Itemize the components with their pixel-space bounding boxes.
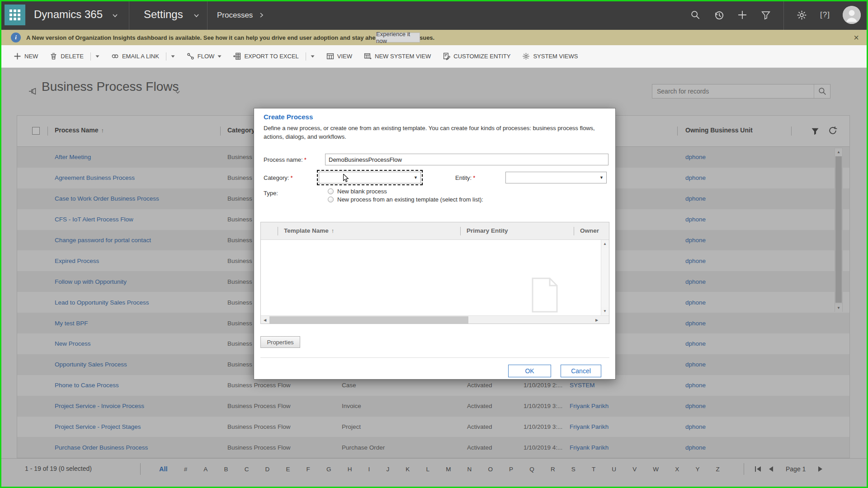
add-icon[interactable] <box>736 9 748 21</box>
command-label: DELETE <box>61 53 84 60</box>
topbar-action-icons: [?] <box>689 0 861 30</box>
dropdown-arrow-icon: ▼ <box>599 175 604 180</box>
chevron-down-icon[interactable] <box>217 55 222 58</box>
search-icon[interactable] <box>689 9 701 21</box>
chevron-down-icon[interactable] <box>311 55 315 58</box>
help-icon[interactable]: [?] <box>819 9 831 21</box>
avatar[interactable] <box>843 6 861 24</box>
command-view[interactable]: VIEW <box>326 52 352 60</box>
template-list: Template Name↑ Primary Entity Owner ▲ ▼ … <box>260 222 609 324</box>
column-header-template-name[interactable]: Template Name↑ <box>284 227 334 234</box>
radio-new-blank-process[interactable] <box>328 188 334 194</box>
top-nav-bar: Dynamics 365 Settings Processes [?] <box>0 0 868 30</box>
command-customize-entity[interactable]: CUSTOMIZE ENTITY <box>443 52 510 60</box>
waffle-grid-icon <box>9 9 20 20</box>
divider <box>166 52 166 61</box>
dropdown-arrow-icon: ▼ <box>414 175 418 180</box>
command-delete[interactable]: DELETE <box>50 52 99 61</box>
command-export-to-excel[interactable]: EXPORT TO EXCEL <box>233 52 314 61</box>
command-bar: NEWDELETEEMAIL A LINKFLOWEXPORT TO EXCEL… <box>0 45 868 68</box>
ok-button[interactable]: OK <box>508 365 551 377</box>
chevron-down-icon[interactable] <box>193 13 199 19</box>
entity-select[interactable]: ▼ <box>505 172 607 183</box>
breadcrumb-page[interactable]: Processes <box>217 11 253 20</box>
command-email-a-link[interactable]: EMAIL A LINK <box>111 52 175 61</box>
excel-export-icon <box>233 52 241 60</box>
scroll-down-icon[interactable]: ▼ <box>601 307 609 315</box>
command-label: NEW SYSTEM VIEW <box>375 53 431 60</box>
command-label: VIEW <box>337 53 352 60</box>
cancel-button[interactable]: Cancel <box>561 365 601 377</box>
experience-it-now-button[interactable]: Experience it now <box>376 33 420 42</box>
nav-product-title[interactable]: Dynamics 365 <box>34 8 103 21</box>
command-label: NEW <box>24 53 38 60</box>
mouse-cursor-icon <box>343 174 349 184</box>
chevron-down-icon[interactable] <box>112 13 118 19</box>
command-system-views[interactable]: SYSTEM VIEWS <box>522 52 578 60</box>
template-horizontal-scrollbar[interactable]: ◀ ▶ <box>261 315 609 324</box>
entity-label: Entity:* <box>455 174 475 181</box>
column-header-owner[interactable]: Owner <box>580 227 601 234</box>
chevron-down-icon[interactable] <box>95 55 99 58</box>
required-asterisk: * <box>473 174 475 181</box>
flow-icon <box>187 52 194 60</box>
command-label: FLOW <box>198 53 215 60</box>
divider <box>783 0 784 30</box>
divider <box>260 357 609 358</box>
chevron-down-icon[interactable] <box>171 55 175 58</box>
scroll-up-icon[interactable]: ▲ <box>601 240 609 248</box>
banner-message: A New version of Organization Insights d… <box>26 30 434 45</box>
category-label: Category:* <box>264 174 292 181</box>
command-new[interactable]: NEW <box>14 52 38 60</box>
command-label: SYSTEM VIEWS <box>533 53 578 60</box>
command-flow[interactable]: FLOW <box>187 52 222 60</box>
info-icon: i <box>11 33 21 42</box>
divider <box>460 227 461 235</box>
scroll-left-icon[interactable]: ◀ <box>261 316 269 324</box>
divider <box>306 52 306 61</box>
divider <box>207 0 208 30</box>
column-header-primary-entity[interactable]: Primary Entity <box>467 227 508 234</box>
radio-label-new-blank-process[interactable]: New blank process <box>337 188 387 195</box>
template-vertical-scrollbar[interactable]: ▲ ▼ <box>601 240 609 315</box>
sort-asc-icon: ↑ <box>331 227 335 234</box>
process-name-label: Process name:* <box>264 156 307 163</box>
gear-icon <box>522 52 530 60</box>
radio-new-from-template[interactable] <box>328 197 334 202</box>
required-asterisk: * <box>290 174 292 181</box>
app-launcher-icon[interactable] <box>5 5 25 25</box>
empty-document-icon <box>530 277 559 314</box>
settings-gear-icon[interactable] <box>796 9 807 21</box>
recent-history-icon[interactable] <box>713 9 725 21</box>
type-label: Type: <box>264 190 278 197</box>
create-process-dialog: Create Process Define a new process, or … <box>254 108 616 380</box>
link-icon <box>111 52 119 60</box>
command-new-system-view[interactable]: NEW SYSTEM VIEW <box>364 52 431 60</box>
process-name-input[interactable] <box>325 154 609 165</box>
divider <box>129 0 129 30</box>
divider <box>574 227 574 235</box>
command-label: EMAIL A LINK <box>122 53 159 60</box>
divider <box>90 52 91 61</box>
properties-button[interactable]: Properties <box>260 336 300 348</box>
scroll-right-icon[interactable]: ▶ <box>593 316 601 324</box>
chevron-right-icon[interactable] <box>259 12 264 18</box>
notification-banner: i A New version of Organization Insights… <box>0 30 868 45</box>
radio-label-new-from-template[interactable]: New process from an existing template (s… <box>337 196 483 203</box>
filter-icon[interactable] <box>760 9 772 21</box>
dialog-title: Create Process <box>264 113 313 121</box>
category-select[interactable]: ▼ <box>319 172 421 183</box>
new-system-view-icon <box>364 52 372 60</box>
required-asterisk: * <box>304 156 307 163</box>
template-list-body <box>261 240 609 315</box>
command-label: EXPORT TO EXCEL <box>244 53 298 60</box>
close-icon[interactable]: × <box>850 31 863 44</box>
plus-icon <box>14 52 21 60</box>
customize-entity-icon <box>443 52 450 60</box>
template-list-header: Template Name↑ Primary Entity Owner <box>261 222 609 240</box>
scrollbar-thumb[interactable] <box>269 316 468 324</box>
view-grid-icon <box>326 52 334 60</box>
nav-area-settings[interactable]: Settings <box>144 8 183 21</box>
divider <box>278 227 278 235</box>
dialog-description: Define a new process, or create one from… <box>264 124 610 141</box>
